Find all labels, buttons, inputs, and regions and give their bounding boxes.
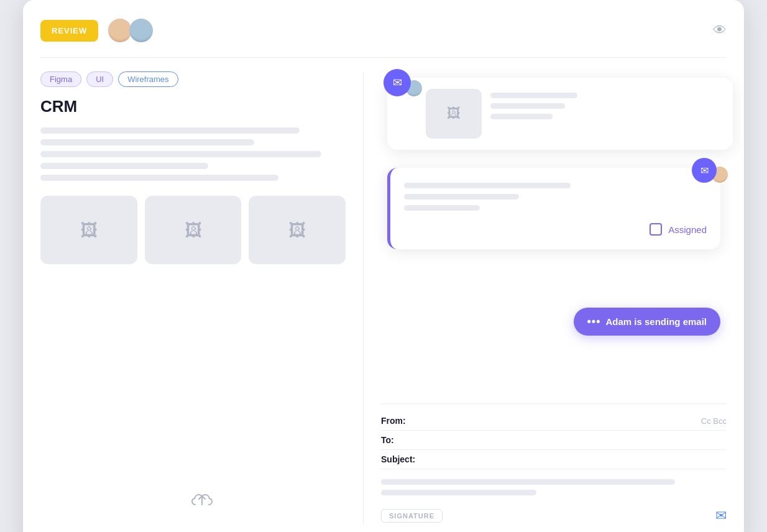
card-image: 🖼 [426,89,482,139]
card-line [490,103,565,109]
send-icon[interactable]: ✉ [715,508,727,524]
email-footer: SIGNATURE ✉ [381,508,727,524]
card-image-icon: 🖼 [447,106,461,122]
typing-dots: ••• [587,315,601,328]
comment-card-2: ✉ Assigned [387,168,720,249]
sending-badge: ••• Adam is sending email [574,308,720,336]
signature-badge[interactable]: SIGNATURE [381,509,443,523]
image-icon: 🖼 [185,220,202,241]
eye-icon[interactable]: 👁 [713,22,727,39]
subject-label: Subject: [381,454,425,464]
header: REVIEW 👁 [40,17,727,44]
comments-area: ✉ 🖼 [381,71,727,395]
card2-text-lines [404,183,707,211]
text-line [40,139,254,145]
card2-footer: Assigned [404,223,707,236]
subject-row: Subject: [381,450,727,469]
card-text-lines [490,89,577,119]
image-icon: 🖼 [288,220,306,241]
body-line [381,490,536,495]
image-placeholder-2: 🖼 [145,196,242,264]
upload-area[interactable] [191,491,213,513]
card-line [490,93,577,98]
text-line [40,151,321,157]
comment-card-1: ✉ 🖼 [387,78,733,150]
tag-ui[interactable]: UI [86,71,113,87]
sending-text: Adam is sending email [605,316,707,327]
mail-icon-2: ✉ [692,158,717,183]
image-placeholder-1: 🖼 [40,196,137,264]
description-lines [40,127,346,181]
review-badge: REVIEW [40,20,98,42]
avatar-male [128,17,154,44]
from-label: From: [381,416,425,426]
image-grid: 🖼 🖼 🖼 [40,196,346,264]
right-panel: ✉ 🖼 [364,71,727,524]
to-label: To: [381,435,425,445]
assigned-label: Assigned [668,224,707,235]
tag-wireframes[interactable]: Wireframes [118,71,178,87]
text-line [40,175,278,181]
card-line [404,194,519,200]
header-left: REVIEW [40,17,154,44]
avatars [107,17,154,44]
tags-row: Figma UI Wireframes [40,71,346,87]
header-divider [40,57,727,58]
card-line [490,114,553,119]
card-content-1: 🖼 [426,89,577,139]
card-line [404,183,571,188]
image-placeholder-3: 🖼 [249,196,346,264]
assigned-checkbox[interactable] [650,223,662,236]
email-form: From: Cc Bcc To: Subject: SIGNATU [381,403,727,524]
project-title: CRM [40,97,346,116]
main-content: Figma UI Wireframes CRM 🖼 🖼 [40,71,727,524]
text-line [40,127,300,134]
cc-bcc[interactable]: Cc Bcc [701,416,727,426]
text-line [40,163,208,169]
image-icon: 🖼 [80,220,98,241]
left-panel: Figma UI Wireframes CRM 🖼 🖼 [40,71,364,524]
mail-icon-1: ✉ [384,69,411,96]
body-line [381,479,675,485]
email-body [381,469,727,502]
main-window: REVIEW 👁 Figma UI Wireframes CRM [23,0,744,532]
to-row: To: [381,431,727,450]
tag-figma[interactable]: Figma [40,71,81,87]
from-row: From: Cc Bcc [381,411,727,431]
card-line [404,205,480,211]
